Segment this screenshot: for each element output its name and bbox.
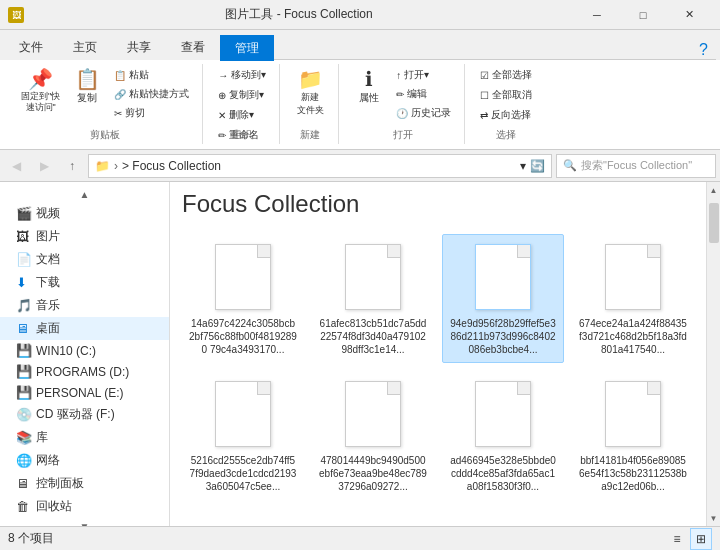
control-panel-icon: 🖥 <box>16 476 32 491</box>
search-field[interactable]: 🔍 搜索"Focus Collection" <box>556 154 716 178</box>
maximize-button[interactable]: □ <box>620 0 666 30</box>
file-icon-7 <box>471 378 535 450</box>
file-item-8[interactable]: bbf14181b4f056e890856e54f13c58b23112538b… <box>572 371 694 500</box>
sidebar-item-network[interactable]: 🌐 网络 <box>0 449 169 472</box>
cut-label: 剪切 <box>125 106 145 120</box>
file-name-7: ad466945e328e5bbde0cddd4ce85af3fda65ac1a… <box>449 454 557 493</box>
up-button[interactable]: ↑ <box>60 154 84 178</box>
sidebar-network-label: 网络 <box>36 452 60 469</box>
history-label: 历史记录 <box>411 106 451 120</box>
move-to-button[interactable]: → 移动到▾ <box>213 66 271 84</box>
sidebar-item-desktop[interactable]: 🖥 桌面 <box>0 317 169 340</box>
sidebar-personal-label: PERSONAL (E:) <box>36 386 124 400</box>
edit-button[interactable]: ✏ 编辑 <box>391 85 456 103</box>
back-button[interactable]: ◀ <box>4 154 28 178</box>
details-view-button[interactable]: ≡ <box>666 528 688 550</box>
pin-button[interactable]: 📌 固定到"快速访问" <box>16 66 65 116</box>
delete-button[interactable]: ✕ 删除▾ <box>213 106 259 124</box>
history-button[interactable]: 🕐 历史记录 <box>391 104 456 122</box>
file-item-3[interactable]: 94e9d956f28b29ffef5e386d211b973d996c8402… <box>442 234 564 363</box>
select-none-button[interactable]: ☐ 全部取消 <box>475 86 537 104</box>
file-area-container: Focus Collection 14a697c4224c3058bcb2bf7… <box>170 182 720 526</box>
edit-icon: ✏ <box>396 89 404 100</box>
select-all-button[interactable]: ☑ 全部选择 <box>475 66 537 84</box>
new-folder-label: 新建文件夹 <box>297 91 324 117</box>
file-page-2 <box>345 244 401 310</box>
file-item-1[interactable]: 14a697c4224c3058bcb2bf756c88fb00f4819289… <box>182 234 304 363</box>
file-item-2[interactable]: 61afec813cb51dc7a5dd22574f8df3d40a479102… <box>312 234 434 363</box>
scroll-up-arrow[interactable]: ▲ <box>707 182 721 198</box>
file-item-6[interactable]: 478014449bc9490d500ebf6e73eaa9be48ec789 … <box>312 371 434 500</box>
sidebar-documents-label: 文档 <box>36 251 60 268</box>
scroll-down-arrow[interactable]: ▼ <box>707 510 721 526</box>
file-page-3 <box>475 244 531 310</box>
sidebar-item-control-panel[interactable]: 🖥 控制面板 <box>0 472 169 495</box>
new-folder-button[interactable]: 📁 新建文件夹 <box>290 66 330 120</box>
file-item-4[interactable]: 674ece24a1a424f88435f3d721c468d2b5f18a3f… <box>572 234 694 363</box>
sidebar-item-downloads[interactable]: ⬇ 下载 <box>0 271 169 294</box>
properties-button[interactable]: ℹ 属性 <box>349 66 389 108</box>
file-page-5 <box>215 381 271 447</box>
cut-button[interactable]: ✂ 剪切 <box>109 104 194 122</box>
programs-icon: 💾 <box>16 364 32 379</box>
sidebar-scroll-down[interactable]: ▼ <box>0 518 169 526</box>
vertical-scrollbar: ▲ ▼ <box>706 182 720 526</box>
ribbon-group-select: ☑ 全部选择 ☐ 全部取消 ⇄ 反向选择 选择 <box>467 64 545 144</box>
sidebar-programs-label: PROGRAMS (D:) <box>36 365 129 379</box>
sidebar-item-recycle-bin[interactable]: 🗑 回收站 <box>0 495 169 518</box>
sidebar-item-programs[interactable]: 💾 PROGRAMS (D:) <box>0 361 169 382</box>
sidebar-pictures-label: 图片 <box>36 228 60 245</box>
file-item-5[interactable]: 5216cd2555ce2db74ff57f9daed3cde1cdcd2193… <box>182 371 304 500</box>
sidebar-item-win10[interactable]: 💾 WIN10 (C:) <box>0 340 169 361</box>
address-field[interactable]: 📁 › > Focus Collection ▾ 🔄 <box>88 154 552 178</box>
minimize-button[interactable]: ─ <box>574 0 620 30</box>
invert-select-icon: ⇄ <box>480 110 488 121</box>
tab-home[interactable]: 主页 <box>58 34 112 60</box>
tiles-view-button[interactable]: ⊞ <box>690 528 712 550</box>
copy-label: 复制 <box>77 91 97 105</box>
help-button[interactable]: ? <box>691 41 716 60</box>
copy-to-button[interactable]: ⊕ 复制到▾ <box>213 86 269 104</box>
file-item-7[interactable]: ad466945e328e5bbde0cddd4ce85af3fda65ac1a… <box>442 371 564 500</box>
ribbon-group-clipboard: 📌 固定到"快速访问" 📋 复制 📋 粘贴 🔗 粘贴快捷方式 ✂ 剪切 <box>8 64 203 144</box>
clipboard-group-label: 剪贴板 <box>90 128 120 142</box>
close-button[interactable]: ✕ <box>666 0 712 30</box>
main-content: ▲ 🎬 视频 🖼 图片 📄 文档 ⬇ 下载 🎵 音乐 🖥 桌面 💾 WIN10 … <box>0 182 720 526</box>
sidebar-scroll-up[interactable]: ▲ <box>0 186 169 202</box>
sidebar-cd-label: CD 驱动器 (F:) <box>36 406 115 423</box>
sidebar-control-panel-label: 控制面板 <box>36 475 84 492</box>
tab-view[interactable]: 查看 <box>166 34 220 60</box>
file-area: Focus Collection 14a697c4224c3058bcb2bf7… <box>170 182 706 526</box>
sidebar-item-cd[interactable]: 💿 CD 驱动器 (F:) <box>0 403 169 426</box>
file-name-6: 478014449bc9490d500ebf6e73eaa9be48ec789 … <box>319 454 427 493</box>
sidebar-item-music[interactable]: 🎵 音乐 <box>0 294 169 317</box>
sidebar-item-documents[interactable]: 📄 文档 <box>0 248 169 271</box>
win10-icon: 💾 <box>16 343 32 358</box>
sidebar-recycle-bin-label: 回收站 <box>36 498 72 515</box>
invert-select-button[interactable]: ⇄ 反向选择 <box>475 106 536 124</box>
tab-manage[interactable]: 管理 <box>220 35 274 61</box>
sidebar-item-videos[interactable]: 🎬 视频 <box>0 202 169 225</box>
sidebar-item-personal[interactable]: 💾 PERSONAL (E:) <box>0 382 169 403</box>
music-icon: 🎵 <box>16 298 32 313</box>
rename-icon: ✏ <box>218 130 226 141</box>
new-folder-icon: 📁 <box>298 69 323 89</box>
paste-button[interactable]: 📋 粘贴 <box>109 66 194 84</box>
file-icon-5 <box>211 378 275 450</box>
scroll-thumb[interactable] <box>709 203 719 243</box>
sidebar-item-pictures[interactable]: 🖼 图片 <box>0 225 169 248</box>
copy-button[interactable]: 📋 复制 <box>67 66 107 108</box>
paste-shortcut-label: 粘贴快捷方式 <box>129 87 189 101</box>
open-button[interactable]: ↑ 打开▾ <box>391 66 456 84</box>
paste-shortcut-button[interactable]: 🔗 粘贴快捷方式 <box>109 85 194 103</box>
forward-button[interactable]: ▶ <box>32 154 56 178</box>
ribbon: 📌 固定到"快速访问" 📋 复制 📋 粘贴 🔗 粘贴快捷方式 ✂ 剪切 <box>0 60 720 150</box>
sidebar-item-library[interactable]: 📚 库 <box>0 426 169 449</box>
open-col: ↑ 打开▾ ✏ 编辑 🕐 历史记录 <box>391 66 456 122</box>
paste-label: 粘贴 <box>129 68 149 82</box>
address-refresh-icon[interactable]: 🔄 <box>530 159 545 173</box>
tab-file[interactable]: 文件 <box>4 34 58 60</box>
tab-share[interactable]: 共享 <box>112 34 166 60</box>
address-dropdown-icon[interactable]: ▾ <box>520 159 526 173</box>
search-placeholder: 搜索"Focus Collection" <box>581 158 692 173</box>
